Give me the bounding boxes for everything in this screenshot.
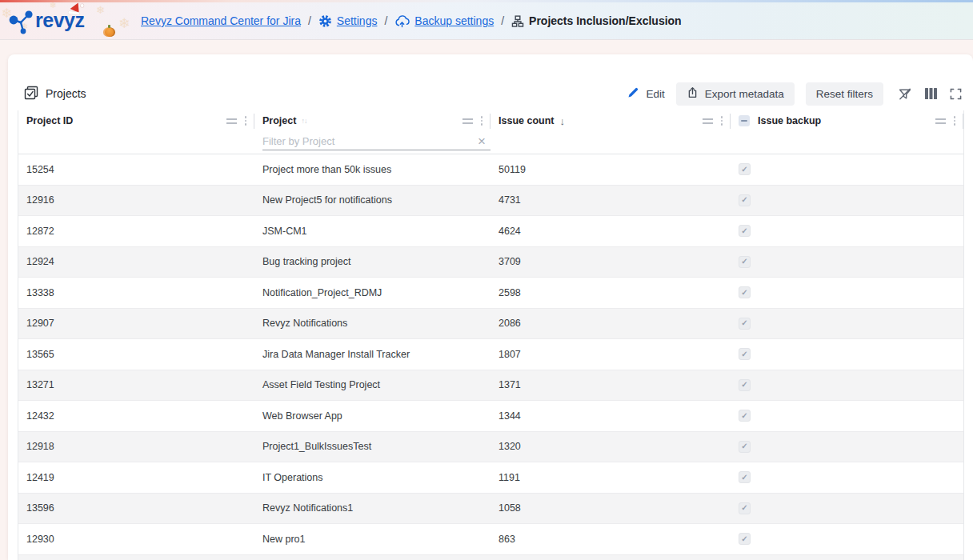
issue-backup-checkbox[interactable]: ✓	[739, 318, 751, 330]
table-row[interactable]: 13271 Asset Field Testing Project 1371 ✓	[18, 370, 963, 402]
column-header-issue-backup[interactable]: Issue backup	[731, 110, 963, 131]
cell-issue-count: 3709	[491, 247, 731, 278]
edit-button[interactable]: Edit	[627, 86, 664, 101]
table-row[interactable]: 15254 Project more than 50k issues 50119…	[18, 154, 963, 186]
table-row[interactable]: 12924 Bug tracking project 3709 ✓	[18, 247, 963, 278]
cell-issue-backup: ✓	[731, 401, 963, 431]
panel-header: Projects Edit	[24, 78, 962, 109]
issue-backup-checkbox[interactable]: ✓	[739, 348, 751, 360]
table-body: 15254 Project more than 50k issues 50119…	[18, 154, 963, 555]
cell-project-id: 13338	[18, 278, 254, 308]
column-menu-icon[interactable]	[954, 116, 956, 126]
filter-handle-icon[interactable]	[703, 118, 713, 124]
export-metadata-button[interactable]: Export metadata	[676, 82, 795, 106]
filter-off-icon[interactable]	[898, 87, 912, 101]
table-row[interactable]: 12432 Web Browser App 1344 ✓	[18, 401, 963, 432]
cell-project: Revyz Notifications	[254, 309, 491, 339]
cell-issue-count: 1807	[491, 339, 731, 370]
table-row[interactable]: 12419 IT Operations 1191 ✓	[18, 462, 963, 494]
reset-filters-button[interactable]: Reset filters	[806, 82, 883, 106]
breadcrumb-command-center-link[interactable]: Revyz Command Center for Jira	[141, 14, 301, 27]
fullscreen-icon[interactable]	[950, 88, 962, 100]
check-icon: ✓	[741, 258, 747, 266]
issue-backup-checkbox[interactable]: ✓	[739, 379, 751, 391]
breadcrumb-current-page: Projects Inclusion/Exclusion	[529, 14, 682, 27]
project-filter-field: ×	[262, 132, 491, 150]
filter-handle-icon[interactable]	[462, 118, 473, 124]
table-header-row: Project ID Project ↑↓ Issue count ↓	[18, 110, 963, 131]
cell-project: IT Operations	[254, 462, 491, 493]
issue-backup-checkbox[interactable]: ✓	[739, 502, 751, 514]
table-row[interactable]: 12872 JSM-CM1 4624 ✓	[18, 216, 963, 247]
cell-issue-count: 1320	[491, 432, 731, 462]
cell-project-id: 12419	[18, 462, 254, 493]
panel-title: Projects	[24, 86, 86, 102]
check-icon: ✓	[741, 289, 747, 297]
check-icon: ✓	[741, 166, 747, 174]
filter-row: ×	[18, 131, 963, 154]
cell-project: Revyz Notifications1	[254, 494, 491, 524]
clear-filter-icon[interactable]: ×	[478, 134, 486, 148]
cell-project-id: 12916	[18, 186, 254, 216]
snowflake-icon: ❄	[118, 15, 130, 32]
check-icon: ✓	[741, 535, 747, 543]
cell-project-id: 13271	[18, 370, 254, 401]
issue-backup-checkbox[interactable]: ✓	[739, 471, 751, 483]
project-filter-input[interactable]	[262, 135, 478, 147]
column-menu-icon[interactable]	[721, 116, 723, 126]
cell-project: New pro1	[254, 524, 491, 554]
edit-button-label: Edit	[646, 88, 664, 100]
export-metadata-label: Export metadata	[705, 88, 784, 100]
table-row[interactable]: 12916 New Project5 for notifications 473…	[18, 186, 963, 217]
table-row[interactable]: 13338 Notification_Project_RDMJ 2598 ✓	[18, 278, 963, 309]
select-all-checkbox-indeterminate[interactable]	[739, 115, 750, 126]
cell-issue-count: 1344	[491, 401, 731, 431]
breadcrumb-backup-settings-link[interactable]: Backup settings	[414, 14, 494, 27]
revyz-molecule-icon	[8, 8, 35, 35]
cell-issue-count: 1058	[491, 494, 731, 524]
column-header-project[interactable]: Project ↑↓	[254, 110, 491, 131]
cell-project-id: 13565	[18, 339, 254, 370]
issue-backup-checkbox[interactable]: ✓	[739, 194, 751, 206]
check-icon: ✓	[741, 412, 747, 420]
sort-descending-icon: ↓	[559, 115, 565, 127]
cell-issue-backup: ✓	[731, 216, 963, 246]
table-row[interactable]: 13565 Jira Data Manager Install Tracker …	[18, 339, 963, 370]
column-menu-icon[interactable]	[481, 116, 483, 126]
column-header-issue-count[interactable]: Issue count ↓	[491, 110, 731, 131]
issue-backup-checkbox[interactable]: ✓	[739, 441, 751, 453]
cell-issue-count: 2086	[491, 309, 731, 339]
issue-backup-checkbox[interactable]: ✓	[739, 533, 751, 545]
cell-project: Web Browser App	[254, 401, 491, 431]
table-row[interactable]: 13596 Revyz Notifications1 1058 ✓	[18, 494, 963, 525]
table-row[interactable]: 12930 New pro1 863 ✓	[18, 524, 963, 555]
column-label: Project	[262, 115, 296, 126]
sitemap-icon	[511, 15, 524, 27]
check-icon: ✓	[741, 442, 747, 450]
table-row[interactable]: 12918 Project1_BulkIssuesTest 1320 ✓	[18, 432, 963, 463]
projects-panel: Projects Edit	[8, 54, 973, 560]
breadcrumb-separator: /	[501, 14, 504, 27]
issue-backup-checkbox[interactable]: ✓	[739, 163, 751, 175]
column-header-project-id[interactable]: Project ID	[18, 110, 254, 131]
issue-backup-checkbox[interactable]: ✓	[739, 225, 751, 237]
cell-project-id: 12924	[18, 247, 254, 278]
filter-handle-icon[interactable]	[226, 118, 237, 124]
cell-issue-count: 2598	[491, 278, 731, 308]
cell-project-id: 12907	[18, 309, 254, 339]
issue-backup-checkbox[interactable]: ✓	[739, 256, 751, 268]
table-row[interactable]: 12907 Revyz Notifications 2086 ✓	[18, 309, 963, 340]
cell-project: Project more than 50k issues	[254, 154, 491, 185]
check-icon: ✓	[741, 350, 747, 358]
cloud-upload-icon	[394, 14, 410, 28]
cell-issue-backup: ✓	[731, 524, 963, 554]
issue-backup-checkbox[interactable]: ✓	[739, 410, 751, 422]
issue-backup-checkbox[interactable]: ✓	[739, 286, 751, 298]
filter-handle-icon[interactable]	[935, 118, 946, 124]
breadcrumb-settings-link[interactable]: Settings	[337, 14, 378, 27]
cell-issue-count: 1191	[491, 462, 731, 493]
cell-project-id: 12872	[18, 216, 254, 246]
cell-project: Jira Data Manager Install Tracker	[254, 339, 491, 370]
columns-icon[interactable]	[924, 87, 938, 100]
column-menu-icon[interactable]	[245, 116, 247, 126]
